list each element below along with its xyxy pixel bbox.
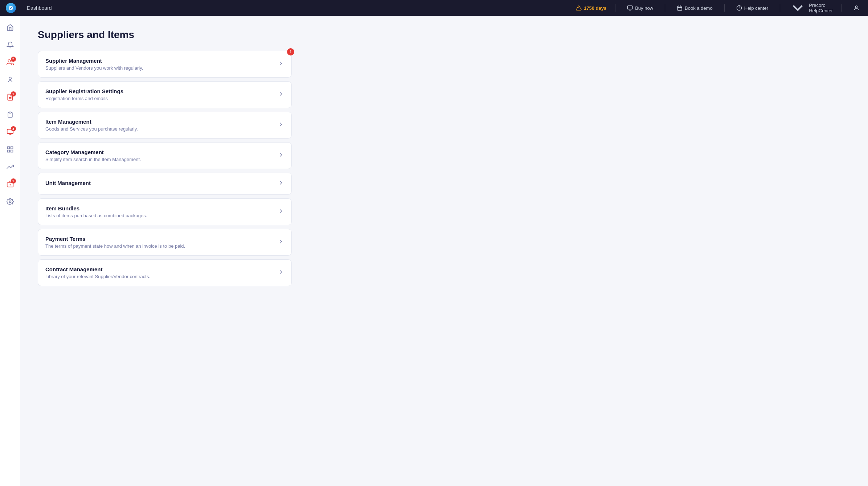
orders-badge: 1 bbox=[11, 91, 16, 96]
card-unit-management-content: Unit Management bbox=[45, 180, 278, 188]
card-item-bundles-title: Item Bundles bbox=[45, 205, 278, 211]
dashboard-label: Dashboard bbox=[27, 5, 52, 11]
buy-now-label: Buy now bbox=[635, 5, 653, 11]
card-supplier-registration[interactable]: Supplier Registration SettingsRegistrati… bbox=[38, 81, 292, 108]
card-contract-management-content: Contract ManagementLibrary of your relev… bbox=[45, 266, 278, 279]
sidebar-item-reports[interactable] bbox=[3, 142, 17, 157]
card-supplier-management-content: Supplier ManagementSuppliers and Vendors… bbox=[45, 58, 278, 71]
card-item-management-description: Goods and Services you purchase regularl… bbox=[45, 126, 278, 132]
sidebar-item-analytics[interactable] bbox=[3, 160, 17, 174]
sidebar-item-receipts[interactable] bbox=[3, 107, 17, 122]
card-unit-management-chevron-icon bbox=[278, 180, 284, 188]
svg-point-12 bbox=[855, 6, 857, 8]
card-supplier-registration-description: Registration forms and emails bbox=[45, 96, 278, 101]
card-payment-terms-content: Payment TermsThe terms of payment state … bbox=[45, 236, 278, 249]
card-supplier-management-chevron-icon bbox=[278, 60, 284, 69]
sidebar-item-notifications[interactable] bbox=[3, 38, 17, 52]
svg-rect-3 bbox=[627, 6, 632, 9]
invoices-badge: 3 bbox=[11, 126, 16, 131]
nav-divider-5 bbox=[842, 4, 842, 12]
warning-days-text: 1750 days bbox=[584, 5, 606, 11]
card-category-management-chevron-icon bbox=[278, 152, 284, 160]
card-contract-management[interactable]: Contract ManagementLibrary of your relev… bbox=[38, 259, 292, 286]
card-supplier-management-description: Suppliers and Vendors you work with regu… bbox=[45, 65, 278, 71]
sidebar-item-invoices[interactable]: 3 bbox=[3, 125, 17, 139]
card-item-management-chevron-icon bbox=[278, 121, 284, 129]
card-item-bundles-description: Lists of items purchased as combined pac… bbox=[45, 213, 278, 218]
card-item-management-title: Item Management bbox=[45, 119, 278, 125]
sidebar-item-users[interactable]: 2 bbox=[3, 55, 17, 70]
card-item-bundles[interactable]: Item BundlesLists of items purchased as … bbox=[38, 198, 292, 225]
card-contract-management-description: Library of your relevant Supplier/Vendor… bbox=[45, 274, 278, 279]
main-content: Suppliers and Items 1Supplier Management… bbox=[20, 16, 868, 486]
svg-rect-17 bbox=[9, 112, 11, 113]
card-supplier-management-badge: 1 bbox=[287, 48, 294, 55]
card-payment-terms-chevron-icon bbox=[278, 238, 284, 247]
sidebar-item-orders[interactable]: 1 bbox=[3, 90, 17, 104]
users-badge: 2 bbox=[11, 57, 16, 62]
card-contract-management-chevron-icon bbox=[278, 269, 284, 277]
nav-divider-1 bbox=[615, 4, 615, 12]
card-unit-management-title: Unit Management bbox=[45, 180, 278, 186]
card-supplier-registration-title: Supplier Registration Settings bbox=[45, 88, 278, 94]
nav-divider-4 bbox=[780, 4, 780, 12]
card-category-management-content: Category ManagementSimplify item search … bbox=[45, 149, 278, 162]
warning-days: 1750 days bbox=[576, 5, 606, 11]
card-item-management-content: Item ManagementGoods and Services you pu… bbox=[45, 119, 278, 132]
svg-point-28 bbox=[9, 201, 11, 203]
card-category-management[interactable]: Category ManagementSimplify item search … bbox=[38, 142, 292, 169]
svg-rect-24 bbox=[7, 150, 9, 152]
svg-point-13 bbox=[8, 60, 11, 62]
topnav: Dashboard 1750 days Buy now Book a demo … bbox=[0, 0, 868, 16]
sidebar-item-settings[interactable] bbox=[3, 194, 17, 209]
card-payment-terms-description: The terms of payment state how and when … bbox=[45, 243, 278, 249]
card-item-bundles-content: Item BundlesLists of items purchased as … bbox=[45, 205, 278, 218]
sidebar-item-integrations[interactable]: 1 bbox=[3, 177, 17, 191]
user-profile-button[interactable] bbox=[851, 4, 862, 12]
org-selector[interactable]: Precoro HelpCenter bbox=[789, 0, 833, 17]
org-name: Precoro HelpCenter bbox=[809, 3, 833, 13]
card-contract-management-title: Contract Management bbox=[45, 266, 278, 272]
svg-rect-21 bbox=[7, 147, 9, 149]
sidebar: 2 1 3 1 bbox=[0, 16, 20, 486]
dashboard-nav[interactable]: Dashboard bbox=[25, 5, 52, 11]
layout: 2 1 3 1 Suppliers and Items bbox=[0, 16, 868, 486]
sidebar-item-home[interactable] bbox=[3, 20, 17, 35]
card-unit-management[interactable]: Unit Management bbox=[38, 173, 292, 195]
svg-rect-6 bbox=[677, 6, 682, 11]
card-category-management-description: Simplify item search in the Item Managem… bbox=[45, 157, 278, 162]
card-category-management-title: Category Management bbox=[45, 149, 278, 155]
app-logo bbox=[6, 3, 16, 13]
nav-divider-2 bbox=[665, 4, 665, 12]
card-supplier-registration-chevron-icon bbox=[278, 91, 284, 99]
card-payment-terms-title: Payment Terms bbox=[45, 236, 278, 242]
book-demo-label: Book a demo bbox=[685, 5, 713, 11]
card-supplier-management[interactable]: 1Supplier ManagementSuppliers and Vendor… bbox=[38, 51, 292, 78]
svg-rect-22 bbox=[11, 147, 13, 149]
sidebar-item-suppliers[interactable] bbox=[3, 73, 17, 87]
nav-divider-3 bbox=[724, 4, 725, 12]
card-supplier-management-title: Supplier Management bbox=[45, 58, 278, 64]
card-item-management[interactable]: Item ManagementGoods and Services you pu… bbox=[38, 112, 292, 139]
card-item-bundles-chevron-icon bbox=[278, 208, 284, 216]
svg-rect-23 bbox=[11, 150, 13, 152]
buy-now-button[interactable]: Buy now bbox=[624, 4, 656, 12]
svg-point-14 bbox=[9, 77, 11, 80]
card-payment-terms[interactable]: Payment TermsThe terms of payment state … bbox=[38, 229, 292, 256]
page-title: Suppliers and Items bbox=[38, 29, 851, 41]
help-center-label: Help center bbox=[744, 5, 768, 11]
card-supplier-registration-content: Supplier Registration SettingsRegistrati… bbox=[45, 88, 278, 101]
help-center-button[interactable]: Help center bbox=[733, 4, 771, 12]
integrations-badge: 1 bbox=[11, 178, 16, 184]
book-demo-button[interactable]: Book a demo bbox=[674, 4, 716, 12]
card-list: 1Supplier ManagementSuppliers and Vendor… bbox=[38, 51, 292, 286]
